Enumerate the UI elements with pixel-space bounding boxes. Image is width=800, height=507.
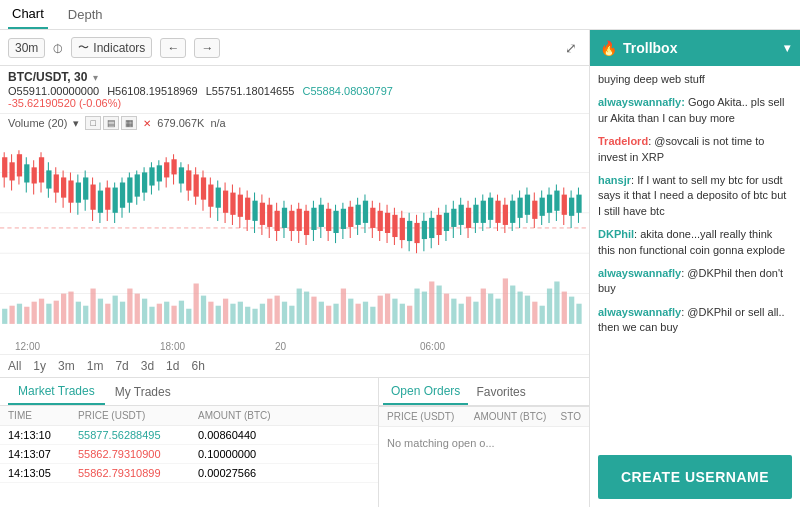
- svg-rect-226: [517, 198, 522, 218]
- svg-rect-138: [194, 174, 199, 196]
- list-item: buying deep web stuff: [598, 72, 792, 87]
- tab-my-trades[interactable]: My Trades: [105, 378, 181, 405]
- orders-header: PRICE (USDT) AMOUNT (BTC) STO: [379, 407, 589, 427]
- svg-rect-67: [451, 299, 456, 324]
- time-7d[interactable]: 7d: [115, 359, 128, 373]
- svg-rect-16: [76, 302, 81, 324]
- time-3m[interactable]: 3m: [58, 359, 75, 373]
- vol-ctrl-1[interactable]: □: [85, 116, 101, 130]
- top-nav: Chart Depth: [0, 0, 800, 30]
- indicators-button[interactable]: 〜 Indicators: [71, 37, 152, 58]
- trollbox-header: 🔥 Trollbox ▾: [590, 30, 800, 66]
- vol-ctrl-3[interactable]: ▦: [121, 116, 137, 130]
- svg-rect-52: [341, 289, 346, 324]
- svg-rect-224: [510, 201, 515, 223]
- svg-rect-48: [311, 297, 316, 324]
- timeframe-button[interactable]: 30m: [8, 38, 45, 58]
- svg-rect-49: [319, 302, 324, 324]
- ohlc-values: O55911.00000000 H56108.19518969 L55751.1…: [8, 85, 581, 97]
- volume-na: n/a: [210, 117, 225, 129]
- candle-type-icon[interactable]: ⌽: [53, 39, 63, 57]
- trades-panel: Market Trades My Trades TIME PRICE (USDT…: [0, 378, 378, 507]
- svg-rect-37: [230, 304, 235, 324]
- redo-button[interactable]: →: [194, 38, 220, 58]
- svg-rect-78: [532, 302, 537, 324]
- svg-rect-15: [68, 292, 73, 324]
- tab-chart[interactable]: Chart: [8, 0, 48, 29]
- ohlc-low: L55751.18014655: [206, 85, 295, 97]
- pair-dropdown-icon[interactable]: ▾: [93, 72, 98, 83]
- svg-rect-53: [348, 299, 353, 324]
- svg-rect-88: [9, 162, 14, 180]
- header-order-status: STO: [561, 411, 581, 422]
- svg-rect-73: [495, 299, 500, 324]
- volume-close-icon[interactable]: ✕: [143, 118, 151, 129]
- tab-depth[interactable]: Depth: [64, 0, 107, 29]
- bottom-section: Market Trades My Trades TIME PRICE (USDT…: [0, 377, 589, 507]
- create-username-button[interactable]: CREATE USERNAME: [598, 455, 792, 499]
- volume-label: Volume (20): [8, 117, 67, 129]
- svg-rect-184: [363, 201, 368, 223]
- svg-rect-188: [378, 211, 383, 231]
- svg-rect-234: [547, 195, 552, 213]
- undo-button[interactable]: ←: [160, 38, 186, 58]
- trade-amount-3: 0.00027566: [198, 467, 298, 479]
- time-all[interactable]: All: [8, 359, 21, 373]
- svg-rect-222: [503, 205, 508, 225]
- svg-rect-110: [90, 185, 95, 210]
- ohlc-open: O55911.00000000: [8, 85, 99, 97]
- time-label-2: 18:00: [160, 341, 185, 352]
- svg-rect-166: [297, 209, 302, 231]
- svg-rect-204: [436, 215, 441, 235]
- svg-rect-43: [275, 296, 280, 324]
- vol-ctrl-2[interactable]: ▤: [103, 116, 119, 130]
- svg-rect-74: [503, 278, 508, 323]
- svg-rect-46: [297, 289, 302, 324]
- trollbox-dropdown-icon[interactable]: ▾: [784, 41, 790, 55]
- svg-rect-35: [216, 306, 221, 324]
- trades-header: TIME PRICE (USDT) AMOUNT (BTC): [0, 406, 378, 426]
- svg-rect-140: [201, 177, 206, 199]
- svg-rect-108: [83, 177, 88, 199]
- trade-time-3: 14:13:05: [8, 467, 78, 479]
- svg-rect-71: [481, 289, 486, 324]
- svg-rect-51: [333, 304, 338, 324]
- svg-rect-102: [61, 177, 66, 197]
- svg-rect-34: [208, 302, 213, 324]
- svg-rect-152: [245, 198, 250, 220]
- svg-rect-83: [569, 297, 574, 324]
- trollbox-title: Trollbox: [623, 40, 677, 56]
- time-1d[interactable]: 1d: [166, 359, 179, 373]
- svg-rect-30: [179, 301, 184, 324]
- candlestick-chart[interactable]: [0, 132, 589, 334]
- svg-rect-77: [525, 296, 530, 324]
- svg-rect-154: [252, 201, 257, 221]
- svg-rect-176: [333, 211, 338, 233]
- volume-dropdown-icon[interactable]: ▾: [73, 117, 79, 130]
- indicators-wave-icon: 〜: [78, 40, 89, 55]
- expand-button[interactable]: ⤢: [561, 38, 581, 58]
- svg-rect-31: [186, 309, 191, 324]
- svg-rect-45: [289, 306, 294, 324]
- time-6h[interactable]: 6h: [191, 359, 204, 373]
- trollbox-messages[interactable]: buying deep web stuff alwayswannafly: Go…: [590, 66, 800, 447]
- svg-rect-27: [157, 304, 162, 324]
- tab-favorites[interactable]: Favorites: [468, 378, 533, 405]
- time-3d[interactable]: 3d: [141, 359, 154, 373]
- time-axis: 12:00 18:00 20 06:00: [0, 334, 589, 354]
- trade-price-3: 55862.79310899: [78, 467, 198, 479]
- svg-rect-216: [481, 201, 486, 223]
- svg-rect-164: [289, 211, 294, 231]
- time-1m[interactable]: 1m: [87, 359, 104, 373]
- svg-rect-86: [2, 157, 7, 177]
- svg-rect-61: [407, 306, 412, 324]
- tab-market-trades[interactable]: Market Trades: [8, 378, 105, 405]
- table-row: 14:13:05 55862.79310899 0.00027566: [0, 464, 378, 483]
- svg-rect-21: [113, 296, 118, 324]
- svg-rect-29: [171, 306, 176, 324]
- time-1y[interactable]: 1y: [33, 359, 46, 373]
- svg-rect-17: [83, 306, 88, 324]
- tab-open-orders[interactable]: Open Orders: [383, 378, 468, 405]
- svg-rect-7: [9, 306, 14, 324]
- svg-rect-92: [24, 164, 29, 182]
